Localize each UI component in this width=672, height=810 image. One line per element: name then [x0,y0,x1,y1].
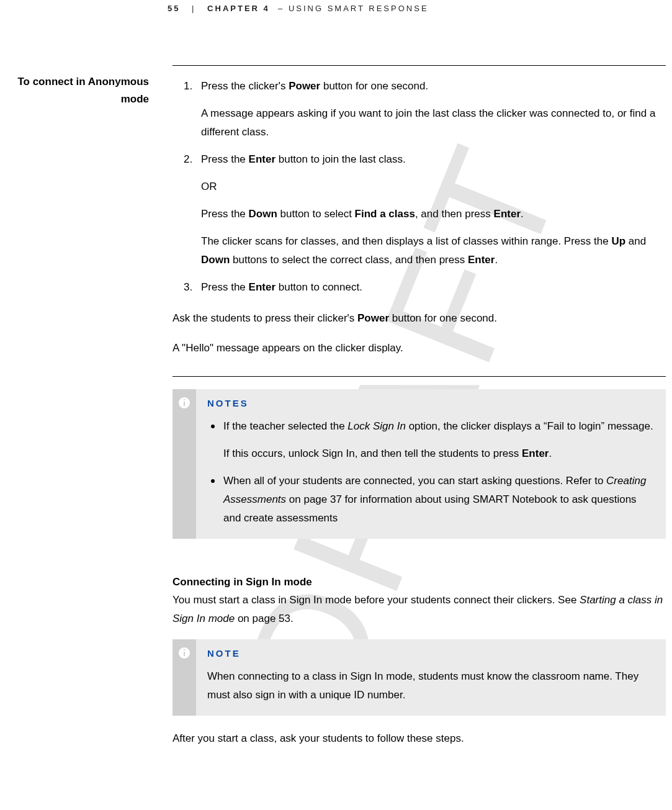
info-icon [172,389,196,539]
subheading: Connecting in Sign In mode [172,576,666,588]
step-text: Press the Enter button to connect. [201,278,666,297]
notes-list: If the teacher selected the Lock Sign In… [207,417,655,528]
header-separator: | [192,4,195,13]
notes-box: NOTES If the teacher selected the Lock S… [172,389,666,539]
list-item: 2. Press the Enter button to join the la… [172,150,666,269]
note-title: NOTE [207,648,655,659]
body-paragraph: A "Hello" message appears on the clicker… [172,339,666,358]
body-paragraph: After you start a class, ask your studen… [172,729,666,748]
svg-rect-1 [184,402,185,406]
section-rule [172,376,666,377]
note-text: When all of your students are connected,… [223,472,655,528]
info-icon [172,639,196,716]
step-text: A message appears asking if you want to … [201,104,666,142]
section-rule [172,65,666,66]
list-item: If the teacher selected the Lock Sign In… [207,417,655,463]
list-item: When all of your students are connected,… [207,472,655,528]
svg-rect-4 [184,652,185,656]
body-paragraph: Ask the students to press their clicker'… [172,309,666,328]
note-text: If the teacher selected the Lock Sign In… [223,417,655,436]
step-text: Press the Enter button to join the last … [201,150,666,169]
procedure-steps: 1. Press the clicker's Power button for … [172,77,666,297]
svg-rect-5 [184,649,185,650]
chapter-label: CHAPTER 4 [207,4,270,13]
chapter-title: – USING SMART RESPONSE [274,4,428,13]
step-text: The clicker scans for classes, and then … [201,232,666,269]
step-number: 1. [184,77,192,96]
body-paragraph: You must start a class in Sign In mode b… [172,591,666,628]
page-header: 55 | CHAPTER 4 – USING SMART RESPONSE [168,4,429,13]
note-text: When connecting to a class in Sign In mo… [207,667,655,704]
page-number: 55 [168,4,180,13]
note-box: NOTE When connecting to a class in Sign … [172,639,666,716]
list-item: 3. Press the Enter button to connect. [172,278,666,297]
step-number: 2. [184,150,192,169]
note-text: If this occurs, unlock Sign In, and then… [223,444,655,463]
step-number: 3. [184,278,192,297]
svg-rect-2 [184,399,185,400]
list-item: 1. Press the clicker's Power button for … [172,77,666,142]
sidebar-task-heading: To connect in Anonymous mode [0,73,149,108]
step-text: Press the Down button to select Find a c… [201,205,666,223]
step-text: OR [201,178,666,196]
notes-title: NOTES [207,398,655,408]
step-text: Press the clicker's Power button for one… [201,77,666,96]
